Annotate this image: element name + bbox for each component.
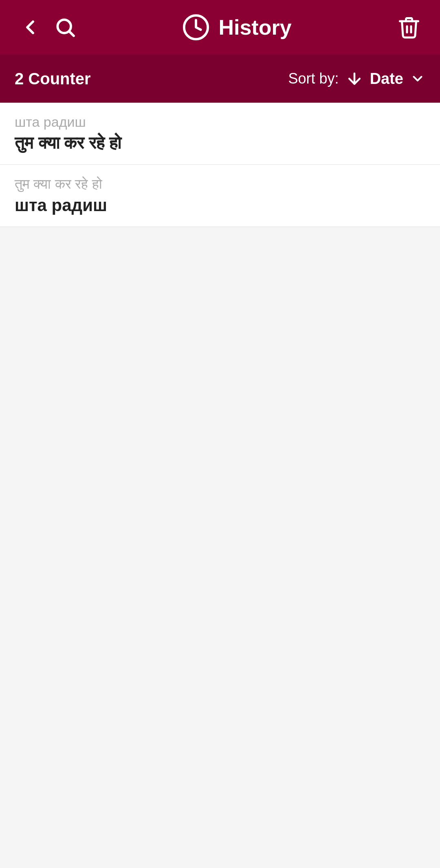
delete-button[interactable]: [393, 11, 425, 44]
history-list: шта радиш तुम क्या कर रहे हो तुम क्या कर…: [0, 103, 440, 227]
svg-line-1: [70, 32, 74, 36]
history-item[interactable]: तुम क्या कर रहे हो шта радиш: [0, 165, 440, 227]
sort-arrow-icon: [345, 70, 363, 88]
item-source-text: तुम क्या कर रहे हो: [15, 176, 425, 192]
counter-label: 2 Counter: [15, 70, 91, 88]
sort-control[interactable]: Sort by: Date: [288, 70, 425, 88]
header-title: History: [218, 15, 291, 40]
sort-field-label: Date: [370, 70, 403, 88]
app-header: History: [0, 0, 440, 55]
subheader: 2 Counter Sort by: Date: [0, 55, 440, 103]
chevron-down-icon: [410, 71, 425, 86]
back-button[interactable]: [15, 12, 46, 43]
search-button[interactable]: [50, 12, 81, 43]
search-icon: [54, 16, 77, 39]
back-icon: [19, 16, 42, 39]
item-target-text: шта радиш: [15, 196, 425, 215]
trash-icon: [397, 15, 421, 40]
header-title-group: History: [182, 13, 291, 42]
sort-by-label: Sort by:: [288, 70, 339, 87]
item-target-text: तुम क्या कर रहे हो: [15, 133, 425, 153]
empty-area: [0, 227, 440, 838]
history-item[interactable]: шта радиш तुम क्या कर रहे हो: [0, 103, 440, 165]
clock-icon: [182, 13, 210, 42]
item-source-text: шта радиш: [15, 114, 425, 130]
